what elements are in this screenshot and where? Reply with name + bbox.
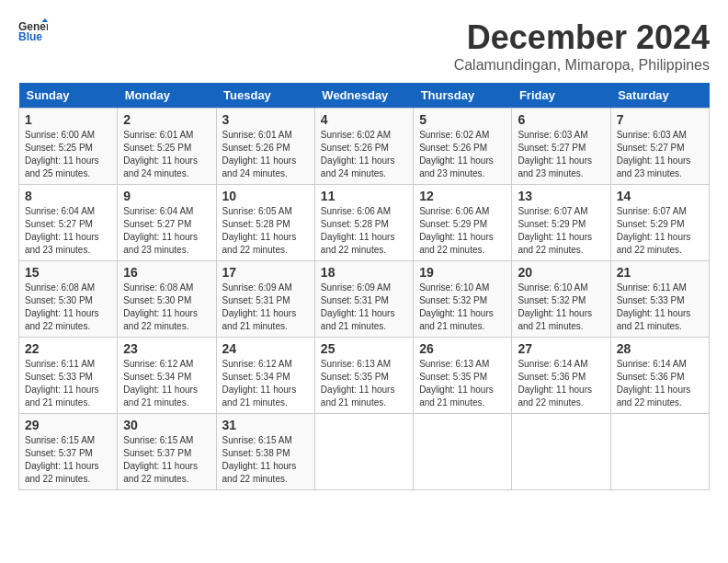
header-sunday: Sunday — [19, 83, 118, 109]
table-row: 12Sunrise: 6:06 AM Sunset: 5:29 PM Dayli… — [414, 185, 512, 261]
calendar-header: Sunday Monday Tuesday Wednesday Thursday… — [19, 83, 710, 109]
table-row: 30Sunrise: 6:15 AM Sunset: 5:37 PM Dayli… — [118, 414, 216, 490]
week-row: 8Sunrise: 6:04 AM Sunset: 5:27 PM Daylig… — [19, 185, 710, 261]
logo: General Blue — [18, 18, 48, 44]
table-row: 19Sunrise: 6:10 AM Sunset: 5:32 PM Dayli… — [414, 261, 512, 338]
table-row: 31Sunrise: 6:15 AM Sunset: 5:38 PM Dayli… — [216, 414, 314, 490]
table-row — [610, 414, 709, 490]
table-row: 22Sunrise: 6:11 AM Sunset: 5:33 PM Dayli… — [19, 338, 118, 414]
week-row: 29Sunrise: 6:15 AM Sunset: 5:37 PM Dayli… — [19, 414, 710, 490]
table-row: 27Sunrise: 6:14 AM Sunset: 5:36 PM Dayli… — [512, 338, 610, 414]
table-row: 3Sunrise: 6:01 AM Sunset: 5:26 PM Daylig… — [216, 109, 314, 185]
table-row: 14Sunrise: 6:07 AM Sunset: 5:29 PM Dayli… — [610, 185, 709, 261]
week-row: 1Sunrise: 6:00 AM Sunset: 5:25 PM Daylig… — [19, 109, 710, 185]
calendar-body: 1Sunrise: 6:00 AM Sunset: 5:25 PM Daylig… — [19, 109, 710, 490]
table-row: 21Sunrise: 6:11 AM Sunset: 5:33 PM Dayli… — [610, 261, 709, 338]
table-row: 11Sunrise: 6:06 AM Sunset: 5:28 PM Dayli… — [314, 185, 413, 261]
table-row: 16Sunrise: 6:08 AM Sunset: 5:30 PM Dayli… — [118, 261, 216, 338]
table-row: 25Sunrise: 6:13 AM Sunset: 5:35 PM Dayli… — [314, 338, 413, 414]
table-row: 28Sunrise: 6:14 AM Sunset: 5:36 PM Dayli… — [610, 338, 709, 414]
table-row: 23Sunrise: 6:12 AM Sunset: 5:34 PM Dayli… — [118, 338, 216, 414]
table-row: 8Sunrise: 6:04 AM Sunset: 5:27 PM Daylig… — [19, 185, 118, 261]
header-friday: Friday — [512, 83, 610, 109]
header-tuesday: Tuesday — [216, 83, 314, 109]
table-row — [314, 414, 413, 490]
location-title: Calamundingan, Mimaropa, Philippines — [454, 57, 710, 74]
svg-text:Blue: Blue — [18, 30, 42, 43]
table-row: 13Sunrise: 6:07 AM Sunset: 5:29 PM Dayli… — [512, 185, 610, 261]
table-row: 26Sunrise: 6:13 AM Sunset: 5:35 PM Dayli… — [414, 338, 512, 414]
table-row: 24Sunrise: 6:12 AM Sunset: 5:34 PM Dayli… — [216, 338, 314, 414]
header-monday: Monday — [118, 83, 216, 109]
table-row: 10Sunrise: 6:05 AM Sunset: 5:28 PM Dayli… — [216, 185, 314, 261]
month-title: December 2024 — [454, 18, 710, 57]
table-row: 17Sunrise: 6:09 AM Sunset: 5:31 PM Dayli… — [216, 261, 314, 338]
table-row — [512, 414, 610, 490]
table-row: 6Sunrise: 6:03 AM Sunset: 5:27 PM Daylig… — [512, 109, 610, 185]
table-row: 18Sunrise: 6:09 AM Sunset: 5:31 PM Dayli… — [314, 261, 413, 338]
table-row: 1Sunrise: 6:00 AM Sunset: 5:25 PM Daylig… — [19, 109, 118, 185]
table-row: 20Sunrise: 6:10 AM Sunset: 5:32 PM Dayli… — [512, 261, 610, 338]
header-wednesday: Wednesday — [314, 83, 413, 109]
calendar-table: Sunday Monday Tuesday Wednesday Thursday… — [18, 83, 710, 490]
table-row: 7Sunrise: 6:03 AM Sunset: 5:27 PM Daylig… — [610, 109, 709, 185]
table-row: 4Sunrise: 6:02 AM Sunset: 5:26 PM Daylig… — [314, 109, 413, 185]
logo-icon: General Blue — [18, 18, 48, 44]
page-header: General Blue December 2024 Calamundingan… — [18, 18, 710, 74]
table-row — [414, 414, 512, 490]
header-thursday: Thursday — [414, 83, 512, 109]
title-area: December 2024 Calamundingan, Mimaropa, P… — [454, 18, 710, 74]
week-row: 22Sunrise: 6:11 AM Sunset: 5:33 PM Dayli… — [19, 338, 710, 414]
header-row: Sunday Monday Tuesday Wednesday Thursday… — [19, 83, 710, 109]
table-row: 29Sunrise: 6:15 AM Sunset: 5:37 PM Dayli… — [19, 414, 118, 490]
week-row: 15Sunrise: 6:08 AM Sunset: 5:30 PM Dayli… — [19, 261, 710, 338]
table-row: 2Sunrise: 6:01 AM Sunset: 5:25 PM Daylig… — [118, 109, 216, 185]
table-row: 9Sunrise: 6:04 AM Sunset: 5:27 PM Daylig… — [118, 185, 216, 261]
table-row: 5Sunrise: 6:02 AM Sunset: 5:26 PM Daylig… — [414, 109, 512, 185]
header-saturday: Saturday — [610, 83, 709, 109]
table-row: 15Sunrise: 6:08 AM Sunset: 5:30 PM Dayli… — [19, 261, 118, 338]
